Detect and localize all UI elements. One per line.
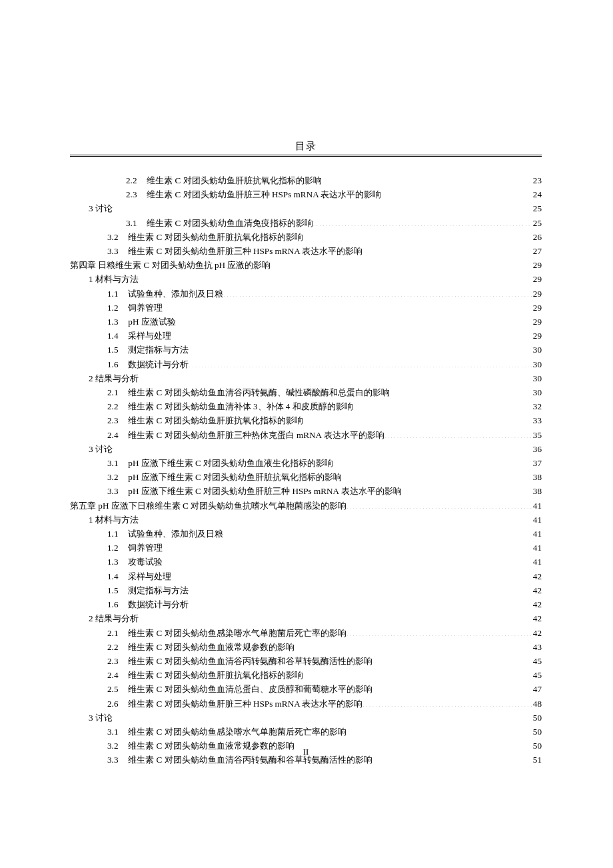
page-number: II [70, 747, 542, 757]
toc-entry-label: 2 结果与分析 [89, 611, 139, 625]
toc-dot-leader [295, 641, 532, 650]
toc-entry-page: 38 [532, 470, 542, 484]
toc-dot-leader [139, 373, 532, 381]
toc-dot-leader [271, 259, 531, 268]
toc-entry-text: 维生素 C 对团头鲂幼鱼肝脏抗氧化指标的影响 [126, 670, 303, 680]
toc-dot-leader [346, 499, 532, 508]
toc-entry: 2.4 维生素 C 对团头鲂幼鱼肝脏抗氧化指标的影响45 [70, 668, 542, 682]
toc-entry-page: 36 [532, 442, 542, 456]
toc-entry-page: 43 [532, 640, 542, 654]
toc-entry: 1.5 测定指标与方法30 [70, 343, 542, 357]
toc-entry-page: 41 [532, 555, 542, 569]
toc-entry-number: 2.5 [107, 682, 126, 696]
toc-entry: 1.2 饲养管理41 [70, 541, 542, 555]
toc-entry-text: pH 应激试验 [126, 317, 176, 327]
toc-entry-page: 29 [532, 272, 542, 286]
toc-dot-leader [189, 599, 532, 607]
toc-entry-page: 30 [532, 357, 542, 371]
toc-entry-page: 32 [532, 399, 542, 413]
toc-entry: 第四章 日粮维生素 C 对团头鲂幼鱼抗 pH 应激的影响29 [70, 258, 542, 272]
toc-entry-number: 2.3 [107, 413, 126, 427]
toc-entry-number: 1.5 [107, 583, 126, 597]
toc-entry-label: 2.5 维生素 C 对团头鲂幼鱼血清总蛋白、皮质醇和葡萄糖水平的影响 [107, 682, 372, 696]
toc-entry-page: 29 [532, 258, 542, 272]
toc-entry-label: 3.1 pH 应激下维生素 C 对团头鲂幼鱼血液生化指标的影响 [107, 456, 333, 470]
toc-dot-leader [313, 217, 532, 225]
toc-entry-text: 测定指标与方法 [126, 345, 189, 355]
toc-entry-label: 1.2 饲养管理 [107, 301, 163, 315]
toc-entry: 1.6 数据统计与分析30 [70, 357, 542, 371]
toc-entry-text: 试验鱼种、添加剂及日粮 [126, 289, 223, 299]
toc-entry-text: 采样与处理 [126, 571, 171, 581]
toc-entry-number: 2.2 [107, 399, 126, 413]
toc-entry-text: 采样与处理 [126, 331, 171, 341]
toc-dot-leader [362, 697, 532, 706]
toc-entry-label: 1.1 试验鱼种、添加剂及日粮 [107, 287, 223, 301]
toc-entry-text: 维生素 C 对团头鲂幼鱼血清谷丙转氨酶和谷草转氨酶活性的影响 [126, 656, 372, 666]
toc-dot-leader [303, 669, 532, 678]
toc-dot-leader [163, 556, 532, 565]
header-rule-2 [70, 156, 542, 157]
toc-dot-leader [346, 627, 532, 635]
toc-entry: 2.6 维生素 C 对团头鲂幼鱼肝脏三种 HSPs mRNA 表达水平的影响48 [70, 697, 542, 711]
toc-entry-label: 1.4 采样与处理 [107, 569, 171, 583]
toc-entry-label: 2 结果与分析 [89, 371, 139, 385]
toc-entry-number: 2.1 [107, 385, 126, 399]
toc-entry-page: 50 [532, 711, 542, 725]
toc-entry-page: 45 [532, 654, 542, 668]
toc-entry-text: 维生素 C 对团头鲂幼鱼肝脏三种热休克蛋白 mRNA 表达水平的影响 [126, 430, 384, 440]
toc-entry-label: 1.6 数据统计与分析 [107, 357, 189, 371]
toc-entry: 3.2 pH 应激下维生素 C 对团头鲂幼鱼肝脏抗氧化指标的影响38 [70, 470, 542, 484]
toc-entry: 2 结果与分析42 [70, 611, 542, 625]
toc-entry-text: 数据统计与分析 [126, 359, 189, 369]
toc-entry-number: 2.3 [107, 654, 126, 668]
toc-entry: 1 材料与方法41 [70, 513, 542, 527]
toc-dot-leader [171, 571, 532, 579]
toc-entry: 2.2 维生素 C 对团头鲂幼鱼血清补体 3、补体 4 和皮质醇的影响32 [70, 399, 542, 413]
toc-entry: 3.1 维生素 C 对团头鲂幼鱼血清免疫指标的影响25 [70, 216, 542, 230]
toc-entry-page: 37 [532, 456, 542, 470]
toc-entry-number: 1.3 [107, 555, 126, 569]
toc-entry-page: 41 [532, 527, 542, 541]
toc-entry-number: 2.3 [126, 187, 145, 201]
toc-entry-number: 1.5 [107, 343, 126, 357]
toc-entry-label: 2.1 维生素 C 对团头鲂幼鱼血清谷丙转氨酶、碱性磷酸酶和总蛋白的影响 [107, 385, 390, 399]
toc-entry: 2.3 维生素 C 对团头鲂幼鱼肝脏抗氧化指标的影响33 [70, 413, 542, 427]
toc-dot-leader [189, 344, 532, 353]
toc-entry-number: 3.2 [107, 470, 126, 484]
toc-entry: 1.1 试验鱼种、添加剂及日粮41 [70, 527, 542, 541]
toc-entry: 2.1 维生素 C 对团头鲂幼鱼感染嗜水气单胞菌后死亡率的影响42 [70, 626, 542, 640]
toc-dot-leader [113, 443, 532, 452]
toc-entry: 1 材料与方法29 [70, 272, 542, 286]
toc-entry: 1.2 饲养管理29 [70, 301, 542, 315]
toc-dot-leader [139, 273, 532, 282]
toc-dot-leader [163, 542, 532, 551]
toc-entry-label: 2.2 维生素 C 对团头鲂幼鱼血液常规参数的影响 [107, 640, 295, 654]
toc-entry-label: 1.4 采样与处理 [107, 329, 171, 343]
toc-entry-page: 45 [532, 668, 542, 682]
toc-entry-text: 数据统计与分析 [126, 599, 189, 609]
toc-entry-label: 1 材料与方法 [89, 272, 139, 286]
toc-entry-text: 维生素 C 对团头鲂幼鱼肝脏抗氧化指标的影响 [145, 175, 322, 185]
toc-entry-page: 29 [532, 301, 542, 315]
page-header-title: 目录 [70, 140, 542, 155]
toc-entry: 3 讨论36 [70, 442, 542, 456]
toc-entry-label: 1.6 数据统计与分析 [107, 597, 189, 611]
toc-entry-label: 2.6 维生素 C 对团头鲂幼鱼肝脏三种 HSPs mRNA 表达水平的影响 [107, 697, 362, 711]
toc-entry-label: 3.2 维生素 C 对团头鲂幼鱼肝脏抗氧化指标的影响 [107, 230, 303, 244]
toc-entry-label: 3.1 维生素 C 对团头鲂幼鱼感染嗜水气单胞菌后死亡率的影响 [107, 725, 346, 739]
toc-entry-label: 1.5 测定指标与方法 [107, 343, 189, 357]
toc-entry-text: 攻毒试验 [126, 557, 163, 567]
toc-entry-label: 2.3 维生素 C 对团头鲂幼鱼肝脏三种 HSPs mRNA 表达水平的影响 [126, 187, 381, 201]
toc-entry-label: 1.3 攻毒试验 [107, 555, 163, 569]
toc-entry-number: 2.4 [107, 668, 126, 682]
toc-entry: 1.4 采样与处理29 [70, 329, 542, 343]
toc-entry-page: 29 [532, 287, 542, 301]
toc-entry-text: 测定指标与方法 [126, 585, 189, 595]
toc-entry-label: 2.4 维生素 C 对团头鲂幼鱼肝脏抗氧化指标的影响 [107, 668, 303, 682]
toc-dot-leader [113, 712, 532, 721]
toc-entry-label: 3 讨论 [89, 711, 113, 725]
toc-entry-label: 第四章 日粮维生素 C 对团头鲂幼鱼抗 pH 应激的影响 [70, 258, 271, 272]
toc-dot-leader [342, 471, 532, 480]
toc-entry-page: 29 [532, 315, 542, 329]
